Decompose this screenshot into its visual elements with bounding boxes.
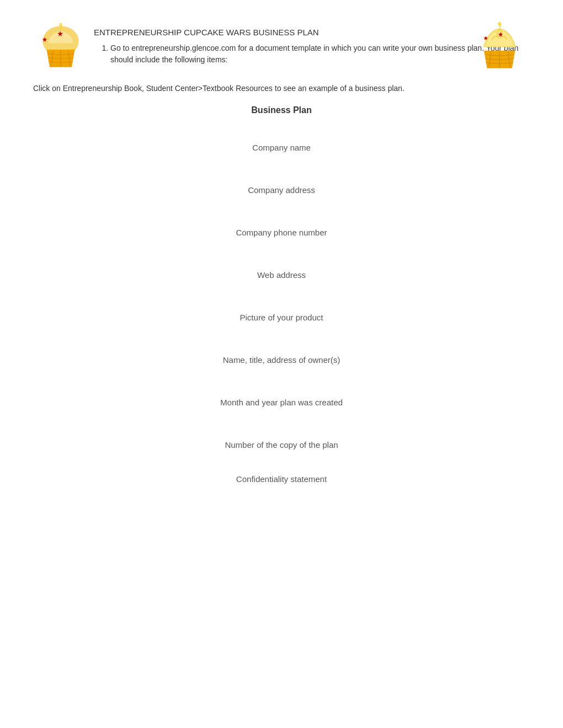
instruction-list: Go to entrepreneurship.glencoe.com for a… (94, 42, 530, 66)
company-address-label: Company address (248, 185, 315, 195)
form-section: Company name Company address Company pho… (33, 143, 530, 517)
cupcake-left-icon (33, 22, 88, 77)
company-address-field: Company address (33, 185, 530, 195)
product-picture-field: Picture of your product (33, 313, 530, 322)
web-address-label: Web address (257, 270, 306, 280)
owner-info-label: Name, title, address of owner(s) (223, 355, 341, 365)
plan-date-label: Month and year plan was created (220, 398, 343, 407)
web-address-field: Web address (33, 270, 530, 280)
plan-date-field: Month and year plan was created (33, 398, 530, 407)
owner-info-field: Name, title, address of owner(s) (33, 355, 530, 365)
copy-number-label: Number of the copy of the plan (225, 440, 338, 449)
company-phone-label: Company phone number (236, 228, 327, 237)
page-title: ENTREPRENEURSHIP CUPCAKE WARS BUSINESS P… (94, 28, 530, 37)
click-instruction: Click on Entrepreneurship Book, Student … (33, 83, 530, 94)
instruction-item-1: Go to entrepreneurship.glencoe.com for a… (110, 42, 530, 66)
cupcake-right-icon (469, 22, 530, 77)
business-plan-title: Business Plan (33, 105, 530, 115)
company-name-label: Company name (252, 143, 311, 152)
header-content: ENTREPRENEURSHIP CUPCAKE WARS BUSINESS P… (94, 22, 530, 71)
confidentiality-label: Confidentiality statement (236, 474, 327, 484)
product-picture-label: Picture of your product (240, 313, 323, 322)
confidentiality-field: Confidentiality statement (33, 474, 530, 484)
company-phone-field: Company phone number (33, 228, 530, 237)
company-name-field: Company name (33, 143, 530, 152)
page: ENTREPRENEURSHIP CUPCAKE WARS BUSINESS P… (0, 0, 563, 728)
header-section: ENTREPRENEURSHIP CUPCAKE WARS BUSINESS P… (33, 22, 530, 77)
copy-number-field: Number of the copy of the plan (33, 440, 530, 449)
